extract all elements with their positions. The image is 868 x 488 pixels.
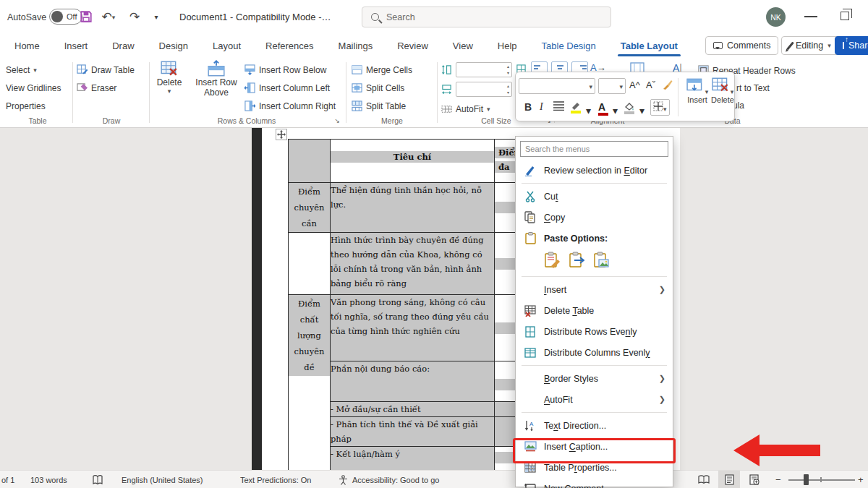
menu-item-copy[interactable]: Copy xyxy=(516,207,673,228)
paste-keep-formatting-icon[interactable] xyxy=(544,252,561,269)
ribbon-tab-row: Home Insert Draw Design Layout Reference… xyxy=(0,34,868,58)
insert-row-below-button[interactable]: Insert Row Below xyxy=(244,61,336,79)
search-box[interactable]: Search xyxy=(362,7,611,27)
font-name-combo[interactable]: ▾ xyxy=(519,78,595,94)
word-count[interactable]: 103 words xyxy=(30,471,67,488)
minimize-icon[interactable] xyxy=(804,16,817,17)
paste-picture-icon[interactable] xyxy=(593,252,610,269)
tab-help[interactable]: Help xyxy=(498,40,517,51)
tab-review[interactable]: Review xyxy=(397,40,428,51)
menu-search-input[interactable]: Search the menus xyxy=(520,141,668,157)
print-layout-button[interactable] xyxy=(718,471,740,488)
tab-references[interactable]: References xyxy=(265,40,313,51)
draw-table-button[interactable]: Draw Table xyxy=(77,61,146,79)
zoom-slider-track[interactable] xyxy=(788,479,855,481)
column-width-control[interactable]: ▴▾ xyxy=(441,80,527,98)
menu-item-distribute-rows[interactable]: Distribute Rows Evenly xyxy=(516,321,673,342)
language-indicator[interactable]: English (United States) xyxy=(122,471,203,488)
shading-button[interactable] xyxy=(624,101,634,113)
share-button[interactable]: Share xyxy=(835,36,868,55)
menu-item-border-styles[interactable]: Border Styles ❯ xyxy=(516,368,673,389)
zoom-out-button[interactable]: − xyxy=(775,471,781,488)
autosave-toggle[interactable]: Off xyxy=(49,9,82,25)
qat-overflow-button[interactable]: ▾ xyxy=(149,0,163,34)
delete-button[interactable]: Delete▾ xyxy=(152,60,187,95)
text-predictions[interactable]: Text Predictions: On xyxy=(240,471,311,488)
comments-button[interactable]: Comments xyxy=(705,36,778,55)
column-width-input[interactable]: ▴▾ xyxy=(456,82,512,97)
chevron-down-icon[interactable]: ▾ xyxy=(586,105,591,116)
split-table-button[interactable]: Split Table xyxy=(352,97,433,115)
web-layout-button[interactable] xyxy=(744,471,765,488)
tab-table-design[interactable]: Table Design xyxy=(542,40,596,51)
paste-merge-icon[interactable] xyxy=(569,252,586,269)
tab-design[interactable]: Design xyxy=(159,40,188,51)
bold-button[interactable]: B xyxy=(524,101,532,113)
view-gridlines-button[interactable]: View Gridlines xyxy=(6,79,69,97)
chevron-down-icon[interactable]: ▾ xyxy=(639,105,644,116)
menu-item-delete-table[interactable]: Delete Table xyxy=(516,300,673,321)
menu-item-distribute-columns[interactable]: Distribute Columns Evenly xyxy=(516,342,673,363)
menu-item-new-comment[interactable]: New Comment xyxy=(516,478,673,488)
zoom-in-button[interactable]: + xyxy=(858,471,864,488)
font-color-button[interactable]: A xyxy=(598,101,605,113)
tab-insert[interactable]: Insert xyxy=(64,40,88,51)
highlight-button[interactable] xyxy=(571,101,582,114)
tab-mailings[interactable]: Mailings xyxy=(339,40,373,51)
menu-item-review-selection[interactable]: Review selection in Editor xyxy=(516,160,673,181)
tab-draw[interactable]: Draw xyxy=(112,40,134,51)
restore-icon[interactable] xyxy=(841,12,849,20)
tab-table-layout[interactable]: Table Layout xyxy=(621,40,678,51)
zoom-slider-thumb[interactable] xyxy=(804,474,809,485)
draw-table-icon xyxy=(77,64,88,75)
table-cell: - Mở đầu/sự cần thiết xyxy=(331,402,495,417)
menu-item-cut[interactable]: Cut xyxy=(516,186,673,207)
undo-button[interactable]: ↶▾ xyxy=(100,0,117,34)
read-mode-button[interactable] xyxy=(693,471,715,488)
font-size-combo[interactable]: ▾ xyxy=(598,78,626,94)
line-spacing-icon[interactable] xyxy=(553,101,564,113)
page-indicator[interactable]: of 1 xyxy=(1,471,14,488)
grow-font-button[interactable]: A^ xyxy=(629,80,640,90)
autofit-button[interactable]: AutoFit▾ xyxy=(441,100,490,118)
insert-column-right-button[interactable]: Insert Column Right xyxy=(244,97,336,115)
editing-button[interactable]: Editing ▾ xyxy=(781,36,839,55)
tab-layout[interactable]: Layout xyxy=(213,40,241,51)
convert-to-text-fragment[interactable]: rt to Text xyxy=(736,83,770,93)
delete-cells-button[interactable]: ▾ Delete xyxy=(707,77,738,104)
shrink-font-button[interactable]: Aˇ xyxy=(646,80,655,90)
row-height-input[interactable]: ▴▾ xyxy=(456,62,512,77)
chevron-down-icon[interactable]: ▾ xyxy=(613,105,618,116)
italic-button[interactable]: I xyxy=(540,101,543,113)
merge-cells-button[interactable]: Merge Cells xyxy=(352,61,433,79)
eraser-button[interactable]: Eraser xyxy=(77,79,146,97)
delete-label: Delete xyxy=(707,95,738,104)
menu-item-text-direction[interactable]: A Text Direction... xyxy=(516,415,673,436)
row-height-control[interactable]: ▴▾ xyxy=(441,61,527,79)
accessibility-status[interactable]: Accessibility: Good to go xyxy=(352,471,439,488)
proofing-icon[interactable] xyxy=(93,471,103,488)
table-cell: Điểm chuyên cần xyxy=(289,183,330,232)
table-move-handle[interactable] xyxy=(276,129,287,140)
group-label-rows-columns: Rows & Columns xyxy=(152,116,341,125)
tab-view[interactable]: View xyxy=(453,40,473,51)
insert-column-left-button[interactable]: Insert Column Left xyxy=(244,79,336,97)
select-button[interactable]: Select▾ xyxy=(6,61,69,79)
dialog-launcher-icon[interactable]: ↘ xyxy=(334,117,340,124)
mini-toolbar: ▾ ▾ A^ Aˇ B I ▾ A ▾ ▾ ▾ ▾ Insert ▾ Delet… xyxy=(515,72,735,121)
menu-item-autofit[interactable]: AutoFit ❯ xyxy=(516,389,673,410)
merge-cells-icon xyxy=(352,64,362,75)
save-icon[interactable] xyxy=(80,10,93,26)
editing-label: Editing xyxy=(796,40,823,51)
insert-row-above-button[interactable]: Insert RowAbove xyxy=(194,60,239,98)
group-table: Select▾ View Gridlines Properties Table xyxy=(6,58,69,127)
tab-home[interactable]: Home xyxy=(14,40,40,51)
split-cells-button[interactable]: Split Cells xyxy=(352,79,433,97)
avatar[interactable]: NK xyxy=(766,7,786,27)
format-painter-button[interactable] xyxy=(663,80,673,92)
menu-item-insert[interactable]: Insert ❯ xyxy=(516,279,673,300)
borders-button[interactable]: ▾ xyxy=(650,99,670,116)
accessibility-icon xyxy=(339,471,348,488)
properties-button[interactable]: Properties xyxy=(6,97,69,115)
redo-button[interactable]: ↷ xyxy=(127,0,142,34)
